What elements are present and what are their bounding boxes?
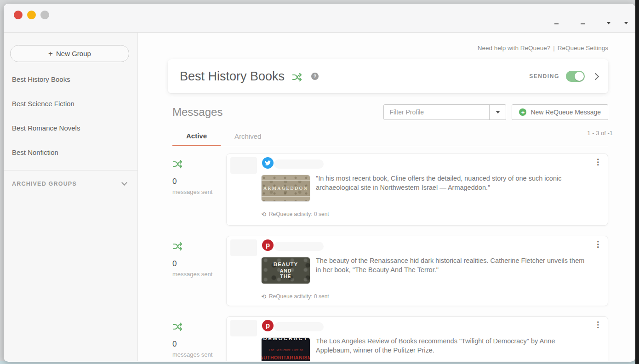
messages-sent-count: 0 xyxy=(172,340,226,349)
archived-groups-label: ARCHIVED GROUPS xyxy=(12,181,77,187)
help-icon[interactable]: ? xyxy=(311,73,319,80)
message-card: ⋮ ARMAGEDDON xyxy=(226,154,608,226)
need-help-link[interactable]: Need help with ReQueue? xyxy=(478,45,550,51)
desktop-right-strip xyxy=(635,0,639,364)
new-group-label: New Group xyxy=(56,50,91,57)
new-requeue-message-button[interactable]: + New ReQueue Message xyxy=(512,104,608,120)
sidebar-item-best-romance-novels[interactable]: Best Romance Novels xyxy=(4,116,137,140)
message-media: p BEAUTY AND THE xyxy=(261,239,310,284)
requeue-activity: ⟲ ReQueue activity: 0 sent xyxy=(261,293,600,300)
chevron-down-icon xyxy=(624,22,628,24)
sidebar-item-best-science-fiction[interactable]: Best Science Fiction xyxy=(4,91,137,116)
messages-sent-label: messages sent xyxy=(172,271,226,278)
link-thumbnail-twilight-of-democracy: DEMOCRACY The Seductive Lure of AUTHORIT… xyxy=(261,337,310,361)
traffic-lights xyxy=(4,4,635,19)
sidebar-item-best-nonfiction[interactable]: Best Nonfiction xyxy=(4,140,137,165)
messages-toolbar: Messages Filter Profile + New ReQueue Me… xyxy=(168,104,608,120)
desktop-background: ReQueue + New Group Best xyxy=(0,0,639,364)
thumbnail-line: AND xyxy=(280,268,292,274)
message-text: The Los Angeles Review of Books recommen… xyxy=(316,337,588,361)
message-meta: 0 messages sent xyxy=(168,316,226,361)
requeue-activity: ⟲ ReQueue activity: 0 sent xyxy=(261,211,600,217)
thumbnail-line: THE xyxy=(280,273,291,279)
link-thumbnail-beauty-and-the-terror: BEAUTY AND THE xyxy=(261,257,310,284)
message-meta: 0 messages sent xyxy=(168,236,226,306)
chevron-down-icon xyxy=(121,180,127,186)
twitter-icon xyxy=(262,157,274,169)
thumbnail-top-text: DEMOCRACY xyxy=(263,337,308,341)
messages-sent-label: messages sent xyxy=(172,188,226,195)
caret-down-icon xyxy=(496,111,500,114)
thumbnail-line: BEAUTY xyxy=(274,262,298,268)
tab-archived[interactable]: Archived xyxy=(221,126,275,146)
shuffle-icon xyxy=(172,322,183,332)
link-thumbnail-armageddon: ARMAGEDDON xyxy=(261,175,310,202)
pagination-label: 1 - 3 of -1 xyxy=(587,130,613,136)
pinterest-icon: p xyxy=(262,239,274,251)
kebab-menu-icon[interactable]: ⋮ xyxy=(594,158,602,166)
select-caret-box[interactable] xyxy=(489,105,506,119)
profile-name-placeholder xyxy=(274,322,324,331)
message-media: ARMAGEDDON xyxy=(261,157,310,202)
history-icon: ⟲ xyxy=(261,211,266,217)
message-card: ⋮ p DEMOCRACY The Seductive Lure of xyxy=(226,316,608,361)
avatar xyxy=(230,239,257,256)
messages-heading: Messages xyxy=(172,106,223,119)
toolbar-icon-clipped xyxy=(581,23,585,24)
avatar xyxy=(230,320,257,336)
chevron-down-icon xyxy=(607,22,610,24)
thumbnail-title: ARMAGEDDON xyxy=(262,181,310,196)
plus-icon: + xyxy=(48,49,53,58)
shuffle-icon xyxy=(172,241,183,251)
history-icon: ⟲ xyxy=(261,294,266,300)
clipped-app-header: ReQueue xyxy=(11,21,149,25)
message-meta: 0 messages sent xyxy=(168,154,226,226)
sending-toggle[interactable] xyxy=(566,71,585,82)
new-requeue-message-label: New ReQueue Message xyxy=(531,108,601,116)
messages-sent-count: 0 xyxy=(172,177,226,186)
help-bar: Need help with ReQueue?|ReQueue Settings xyxy=(168,45,608,51)
requeue-settings-link[interactable]: ReQueue Settings xyxy=(558,45,608,51)
messages-tabs: Active Archived 1 - 3 of -1 xyxy=(172,126,608,146)
main-content: Need help with ReQueue?|ReQueue Settings… xyxy=(138,33,635,361)
toolbar-icon-clipped xyxy=(554,23,559,24)
filter-profile-value: Filter Profile xyxy=(389,108,424,116)
shuffle-icon[interactable] xyxy=(292,72,302,82)
minimize-window-button[interactable] xyxy=(27,11,36,19)
thumbnail-subtitle: The Seductive Lure of xyxy=(268,348,302,352)
tab-active[interactable]: Active xyxy=(172,126,221,146)
sending-label: SENDING xyxy=(529,73,559,80)
activity-label: ReQueue activity: 0 sent xyxy=(269,293,329,300)
message-row: 0 messages sent ⋮ xyxy=(168,154,608,226)
pinterest-icon: p xyxy=(262,320,274,331)
close-window-button[interactable] xyxy=(14,11,23,19)
plus-circle-icon: + xyxy=(519,108,526,116)
kebab-menu-icon[interactable]: ⋮ xyxy=(594,240,602,248)
activity-label: ReQueue activity: 0 sent xyxy=(269,211,329,217)
message-row: 0 messages sent ⋮ p xyxy=(168,236,608,306)
help-bar-separator: | xyxy=(553,45,555,51)
message-row: 0 messages sent ⋮ p xyxy=(168,316,608,361)
group-header-card: Best History Books ? SENDING xyxy=(168,59,608,93)
chevron-right-icon[interactable] xyxy=(592,73,599,80)
profile-name-placeholder xyxy=(274,242,324,251)
zoom-window-button[interactable] xyxy=(40,11,49,19)
thumbnail-title: AUTHORITARIANISM xyxy=(261,355,310,360)
message-card: ⋮ p BEAUTY AND TH xyxy=(226,236,608,306)
message-media: p DEMOCRACY The Seductive Lure of AUTHOR… xyxy=(261,320,310,361)
app-window: ReQueue + New Group Best xyxy=(4,4,635,362)
group-list: Best History Books Best Science Fiction … xyxy=(4,67,137,165)
messages-sent-count: 0 xyxy=(172,259,226,268)
window-titlebar: ReQueue xyxy=(4,4,635,33)
groups-sidebar: + New Group Best History Books Best Scie… xyxy=(4,33,138,361)
message-text: The beauty of the Renaissance hid dark h… xyxy=(316,256,588,284)
new-group-button[interactable]: + New Group xyxy=(10,45,129,62)
profile-name-placeholder xyxy=(274,159,324,169)
filter-profile-select[interactable]: Filter Profile xyxy=(383,104,506,120)
sidebar-item-best-history-books[interactable]: Best History Books xyxy=(4,67,137,91)
group-title: Best History Books xyxy=(180,69,285,84)
messages-sent-label: messages sent xyxy=(172,351,226,358)
shuffle-icon xyxy=(172,159,183,169)
kebab-menu-icon[interactable]: ⋮ xyxy=(594,321,602,329)
archived-groups-toggle[interactable]: ARCHIVED GROUPS xyxy=(4,171,137,187)
